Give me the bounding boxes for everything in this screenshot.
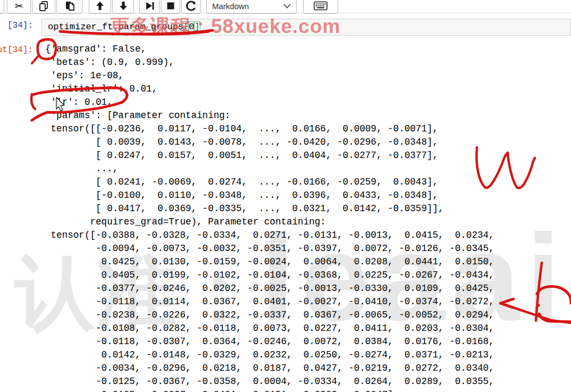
run-cell-button[interactable]: [139, 0, 160, 14]
clipped-toolbar-button[interactable]: [0, 0, 4, 14]
arrow-down-icon: [118, 1, 129, 11]
stop-icon: [165, 1, 176, 11]
paste-cells-button[interactable]: [56, 0, 82, 14]
chevron-down-icon: [283, 4, 291, 9]
cut-cells-button[interactable]: ✂: [7, 0, 31, 14]
course-watermark: 更多课程：58xueke.com: [110, 13, 340, 40]
cell-type-selected-label: Markdown: [212, 2, 249, 11]
paste-icon: [64, 0, 75, 12]
command-palette-button[interactable]: [303, 0, 338, 14]
scissors-icon: ✂: [15, 1, 23, 11]
move-cells-up-button[interactable]: [89, 0, 111, 14]
move-cells-down-button[interactable]: [112, 0, 134, 14]
copy-icon: [38, 0, 49, 12]
restart-icon: [186, 0, 197, 12]
input-prompt: [34]:: [0, 21, 33, 30]
restart-kernel-button[interactable]: [181, 0, 201, 14]
keyboard-icon: [314, 1, 328, 11]
interrupt-kernel-button[interactable]: [161, 0, 180, 14]
circle-open-brace-tail: [32, 56, 38, 63]
circle-lr-entry-left: [31, 94, 35, 109]
arrow-up-icon: [95, 1, 105, 11]
cell-type-dropdown[interactable]: Markdown: [206, 0, 297, 14]
output-text: {'amsgrad': False, 'betas': (0.9, 0.999)…: [45, 43, 494, 392]
output-prompt: ut[34]:: [0, 45, 33, 55]
copy-cells-button[interactable]: [32, 0, 55, 14]
notebook-toolbar: ✂: [0, 0, 571, 15]
run-icon: [145, 1, 155, 11]
